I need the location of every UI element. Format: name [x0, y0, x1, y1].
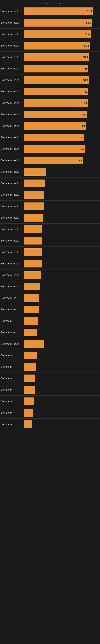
bar-label-10: Bottleneck result	[0, 124, 24, 128]
bar-fill-11: 48	[24, 134, 84, 141]
bar-fill-15	[24, 180, 45, 187]
separator-7	[0, 97, 100, 98]
bar-fill-6: 51.1	[24, 76, 89, 84]
bar-row-36: Bottleneck n	[0, 419, 100, 430]
separator-3	[0, 51, 100, 52]
bar-fill-25	[24, 294, 39, 302]
bar-track-7: 51	[24, 88, 100, 96]
bar-label-25: Bottleneck res	[0, 297, 24, 300]
bar-label-2: Bottleneck result	[0, 33, 24, 36]
bar-fill-0: 52.5	[24, 8, 93, 15]
bar-fill-23	[24, 271, 41, 279]
chart-area: Bottleneck result52.5Bottleneck result52…	[0, 6, 100, 430]
bar-track-31	[24, 363, 100, 371]
bar-label-1: Bottleneck result	[0, 21, 24, 24]
bar-track-10: 49	[24, 122, 100, 130]
bar-value-12: 49	[81, 148, 84, 150]
separator-14	[0, 178, 100, 178]
bar-row-31: Bottleneck	[0, 362, 100, 372]
bar-value-8: 50	[84, 102, 87, 105]
bar-label-19: Bottleneck result	[0, 228, 24, 231]
separator-20	[0, 246, 100, 246]
separator-23	[0, 281, 100, 281]
bar-value-11: 48	[80, 136, 83, 139]
bar-row-15: Bottleneck result	[0, 178, 100, 188]
bar-track-14	[24, 168, 100, 176]
bar-fill-1: 52.3	[24, 19, 92, 26]
bar-row-18: Bottleneck result	[0, 212, 100, 223]
bar-label-31: Bottleneck	[0, 366, 24, 368]
separator-32	[0, 384, 100, 384]
bar-track-30	[24, 352, 100, 359]
bar-value-2: 51.8	[85, 33, 90, 36]
separator-21	[0, 258, 100, 258]
bar-label-0: Bottleneck result	[0, 10, 24, 13]
bar-fill-19	[24, 226, 42, 233]
bar-label-7: Bottleneck result	[0, 90, 24, 93]
bar-track-36	[24, 420, 100, 428]
bar-fill-28	[24, 329, 37, 336]
bar-label-21: Bottleneck result	[0, 251, 24, 254]
separator-11	[0, 143, 100, 143]
site-title: TheBottlenecker.com	[0, 0, 100, 6]
bar-row-5: Bottleneck result50	[0, 64, 100, 74]
bar-track-33	[24, 386, 100, 394]
bar-value-4: 51.2	[83, 56, 88, 59]
bar-fill-4: 51.2	[24, 53, 89, 61]
bar-fill-35	[24, 409, 33, 416]
bar-label-8: Bottleneck result	[0, 102, 24, 104]
bar-label-27: Bottleneck r	[0, 320, 24, 322]
bar-fill-7: 51	[24, 88, 88, 96]
bar-label-13: Bottleneck result	[0, 159, 24, 162]
separator-22	[0, 269, 100, 270]
separator-2	[0, 40, 100, 40]
bar-label-34: Bottleneck	[0, 400, 24, 403]
bar-label-26: Bottleneck res	[0, 308, 24, 311]
bar-row-35: Bottleneck	[0, 408, 100, 418]
bar-row-19: Bottleneck result	[0, 224, 100, 234]
bar-track-22	[24, 260, 100, 268]
separator-31	[0, 372, 100, 373]
bar-fill-33	[24, 386, 35, 394]
bar-fill-27	[24, 317, 38, 325]
bar-row-34: Bottleneck	[0, 396, 100, 406]
bar-fill-31	[24, 363, 36, 371]
bar-fill-32	[24, 374, 35, 382]
bar-value-1: 52.3	[86, 21, 91, 24]
bar-fill-10: 49	[24, 122, 86, 130]
bar-track-24	[24, 283, 100, 290]
bar-value-9: 50	[83, 113, 86, 116]
bar-fill-20	[24, 237, 42, 244]
bar-label-9: Bottleneck result	[0, 113, 24, 116]
separator-16	[0, 200, 100, 201]
bar-row-25: Bottleneck res	[0, 293, 100, 303]
bar-row-32: Bottleneck c	[0, 373, 100, 384]
bar-value-6: 51.1	[83, 79, 88, 82]
bar-row-21: Bottleneck result	[0, 247, 100, 258]
bar-label-22: Bottleneck result	[0, 262, 24, 265]
bar-track-21	[24, 248, 100, 256]
separator-29	[0, 350, 100, 350]
bar-track-19	[24, 226, 100, 233]
bar-row-33: Bottleneck	[0, 384, 100, 395]
bar-fill-16	[24, 191, 44, 199]
bar-track-35	[24, 409, 100, 416]
bar-row-28: Bottleneck re	[0, 327, 100, 338]
separator-19	[0, 235, 100, 235]
bar-track-11: 48	[24, 134, 100, 141]
bar-row-6: Bottleneck result51.1	[0, 75, 100, 85]
bar-fill-22	[24, 260, 42, 268]
bar-fill-26	[24, 306, 39, 313]
bar-row-22: Bottleneck result	[0, 258, 100, 269]
bar-fill-3: 51.5	[24, 42, 90, 50]
bar-fill-36	[24, 420, 32, 428]
separator-33	[0, 396, 100, 396]
separator-13	[0, 166, 100, 166]
bar-track-20	[24, 237, 100, 244]
bar-label-36: Bottleneck n	[0, 423, 24, 426]
bar-fill-30	[24, 352, 37, 359]
bar-track-29	[24, 340, 100, 348]
bar-label-29: Bottleneck result	[0, 342, 24, 345]
bar-track-8: 50	[24, 99, 100, 107]
bar-fill-18	[24, 214, 43, 222]
